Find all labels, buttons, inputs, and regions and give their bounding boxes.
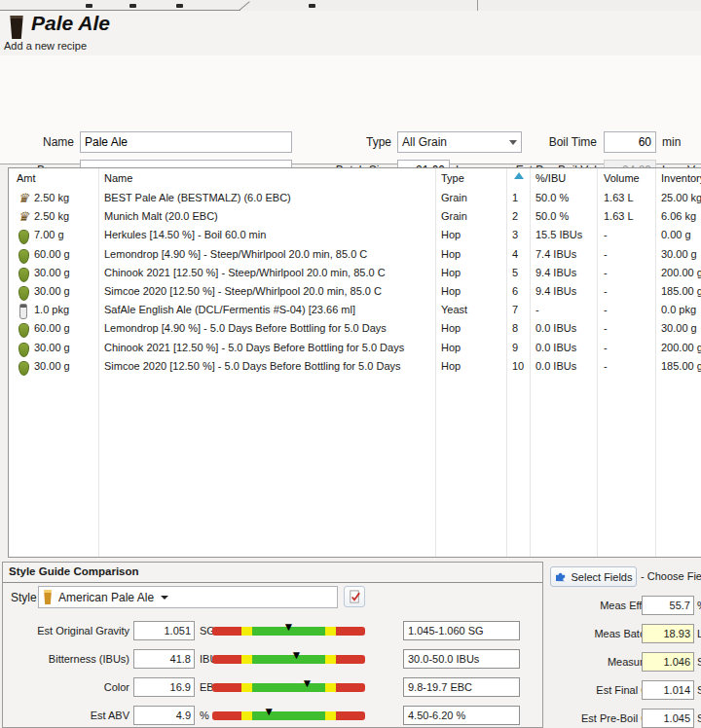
boil-time-input[interactable]	[604, 131, 656, 153]
cell-type: Hop	[441, 322, 461, 334]
table-row[interactable]: 30.00 g Chinook 2021 [12.50 %] - Steep/W…	[9, 265, 701, 283]
gauge-range-text-box: 4.50-6.20 %	[403, 706, 520, 725]
cell-pct-ibu: 15.5 IBUs	[535, 229, 582, 240]
cell-type: Hop	[441, 342, 461, 353]
col-header-inventory[interactable]: Inventory	[661, 172, 701, 184]
tab-icon-partial	[129, 4, 136, 8]
name-input[interactable]	[80, 131, 292, 153]
gauge-marker-icon	[263, 706, 275, 717]
recipe-form: Name Type All Grain Boil Time min Brewer…	[0, 55, 701, 164]
cell-inventory: 25.00 kg	[661, 192, 701, 203]
cell-pct-ibu: 50.0 %	[535, 192, 569, 203]
measured-field-row: Meas Batch Size 18.93 L	[543, 624, 701, 643]
cell-volume: -	[604, 322, 608, 334]
boil-time-unit: min	[662, 135, 681, 149]
tab-edge-diagonal	[239, 1, 249, 11]
cell-inventory: 200.00 g	[661, 267, 701, 278]
field-value-box[interactable]: 55.7	[642, 596, 694, 615]
cell-order: 1	[512, 192, 518, 203]
gauge-range-text-box: 1.045-1.060 SG	[403, 621, 520, 640]
table-row[interactable]: 30.00 g Simcoe 2020 [12.50 %] - 5.0 Days…	[9, 358, 701, 377]
gauge-value-box[interactable]: 16.9	[133, 677, 195, 697]
puzzle-piece-icon	[555, 571, 568, 582]
cell-name: Munich Malt (20.0 EBC)	[104, 210, 218, 222]
table-row[interactable]: 60.00 g Lemondrop [4.90 %] - Steep/Whirl…	[9, 246, 701, 265]
hop-icon	[18, 323, 29, 338]
cell-amount: 60.00 g	[34, 248, 70, 260]
dropdown-arrow-icon	[161, 596, 168, 600]
cell-inventory: 30.00 g	[661, 322, 697, 334]
table-row[interactable]: 30.00 g Chinook 2021 [12.50 %] - 5.0 Day…	[9, 340, 701, 358]
style-value: American Pale Ale	[58, 591, 154, 604]
gauge-range-text-box: 30.0-50.0 IBUs	[403, 649, 520, 669]
col-header-amt[interactable]: Amt	[17, 172, 36, 184]
gauge-value-box[interactable]: 1.051	[133, 621, 195, 640]
cell-type: Hop	[441, 267, 461, 278]
gauge-label: Color	[3, 681, 129, 693]
gauge-value-box[interactable]: 4.9	[133, 706, 195, 725]
grain-icon: ♛	[18, 210, 29, 223]
field-value-box[interactable]: 1.046	[642, 652, 694, 672]
cell-name: Herkules [14.50 %] - Boil 60.0 min	[104, 229, 266, 240]
cell-amount: 7.00 g	[34, 229, 64, 240]
table-row[interactable]: 1.0 pkg SafAle English Ale (DCL/Fermenti…	[9, 302, 701, 320]
col-header-volume[interactable]: Volume	[604, 172, 640, 184]
hop-icon	[18, 343, 29, 357]
cell-amount: 60.00 g	[34, 322, 70, 334]
cell-pct-ibu: 0.0 IBUs	[535, 360, 576, 372]
cell-volume: -	[604, 285, 608, 297]
table-row[interactable]: ♛ 2.50 kg BEST Pale Ale (BESTMALZ) (6.0 …	[9, 190, 701, 208]
cell-name: Chinook 2021 [12.50 %] - Steep/Whirlpool…	[104, 267, 386, 278]
cell-amount: 30.00 g	[34, 285, 70, 297]
style-dropdown[interactable]: American Pale Ale	[38, 586, 338, 608]
ingredients-table[interactable]: Amt Name Type %/IBU Volume Inventory ♛ 2…	[8, 167, 701, 558]
style-guide-panel: Style Guide Comparison Style American Pa…	[2, 562, 543, 728]
tab-strip[interactable]	[0, 0, 701, 11]
field-unit: %	[697, 600, 701, 611]
field-value-box[interactable]: 1.045	[642, 709, 694, 728]
cell-volume: -	[604, 229, 608, 240]
beersmith-recipe-window: Pale Ale Add a new recipe Name Type All …	[0, 0, 701, 728]
tab-divider	[477, 0, 478, 11]
boil-time-label: Boil Time	[506, 135, 597, 149]
col-header-pct-ibu[interactable]: %/IBU	[535, 172, 566, 184]
type-dropdown[interactable]: All Grain	[397, 131, 522, 153]
field-value-box[interactable]: 1.014	[642, 680, 694, 700]
tab-icon-partial	[309, 4, 315, 8]
table-header[interactable]: Amt Name Type %/IBU Volume Inventory	[9, 168, 701, 189]
gauge-range-text-box: 9.8-19.7 EBC	[403, 677, 520, 697]
field-value-box[interactable]: 18.93	[642, 624, 694, 643]
yeast-icon	[19, 304, 27, 319]
cell-name: Lemondrop [4.90 %] - Steep/Whirlpool 20.…	[104, 248, 367, 260]
cell-amount: 30.00 g	[34, 360, 70, 372]
cell-amount: 2.50 kg	[34, 210, 69, 222]
cell-pct-ibu: 9.4 IBUs	[535, 267, 576, 278]
cell-type: Hop	[441, 248, 461, 260]
gauge-value-box[interactable]: 41.8	[133, 649, 195, 669]
cell-volume: -	[604, 248, 608, 260]
table-row[interactable]: 30.00 g Simcoe 2020 [12.50 %] - Steep/Wh…	[9, 283, 701, 302]
field-unit: SG	[697, 656, 701, 668]
cell-amount: 30.00 g	[34, 342, 70, 353]
sort-ascending-icon[interactable]	[514, 172, 524, 179]
select-fields-label: Select Fields	[572, 571, 633, 583]
beer-glass-icon	[9, 16, 24, 39]
hop-icon	[18, 230, 29, 244]
col-header-name[interactable]: Name	[104, 172, 132, 184]
table-row[interactable]: ♛ 2.50 kg Munich Malt (20.0 EBC) Grain 2…	[9, 208, 701, 227]
gauge-range-bar	[212, 627, 365, 636]
cell-amount: 30.00 g	[34, 267, 70, 278]
measured-field-row: Est Pre-Boil Gravity 1.045 SG	[543, 709, 701, 728]
select-fields-button[interactable]: Select Fields	[550, 566, 637, 587]
table-row[interactable]: 60.00 g Lemondrop [4.90 %] - 5.0 Days Be…	[9, 320, 701, 339]
table-row[interactable]: 7.00 g Herkules [14.50 %] - Boil 60.0 mi…	[9, 227, 701, 245]
tab-icon-partial	[86, 4, 92, 8]
col-header-type[interactable]: Type	[441, 172, 464, 184]
type-label: Type	[314, 135, 391, 149]
grain-icon: ♛	[18, 192, 29, 204]
cell-type: Yeast	[441, 304, 467, 315]
hop-icon	[18, 286, 29, 301]
style-check-button[interactable]	[344, 586, 365, 607]
gauge-label: Est Original Gravity	[3, 625, 129, 637]
beer-glass-icon	[43, 590, 53, 604]
